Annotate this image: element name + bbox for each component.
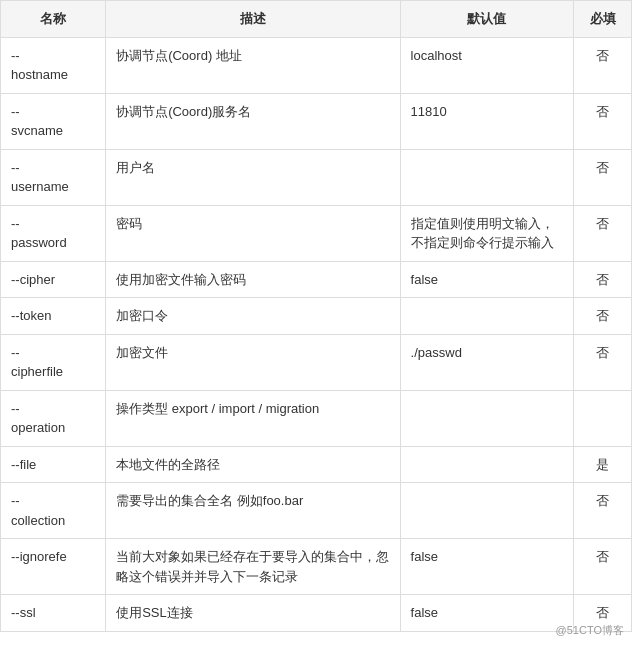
table-row: -- operation操作类型 export / import / migra…	[1, 390, 632, 446]
table-row: --cipher使用加密文件输入密码false否	[1, 261, 632, 298]
cell-name: -- username	[1, 149, 106, 205]
cell-required: 否	[574, 261, 632, 298]
table-header-row: 名称 描述 默认值 必填	[1, 1, 632, 38]
cell-name: -- password	[1, 205, 106, 261]
table-row: --ignorefe当前大对象如果已经存在于要导入的集合中，忽略这个错误并并导入…	[1, 539, 632, 595]
cell-required: 是	[574, 446, 632, 483]
cell-description: 协调节点(Coord)服务名	[106, 93, 400, 149]
table-row: -- collection需要导出的集合全名 例如foo.bar否	[1, 483, 632, 539]
cell-required: 否	[574, 205, 632, 261]
cell-name: --cipher	[1, 261, 106, 298]
cell-description: 用户名	[106, 149, 400, 205]
cell-default: false	[400, 539, 574, 595]
table-row: --file本地文件的全路径是	[1, 446, 632, 483]
cell-description: 加密口令	[106, 298, 400, 335]
cell-name: -- svcname	[1, 93, 106, 149]
cell-name: --file	[1, 446, 106, 483]
cell-required	[574, 390, 632, 446]
cell-description: 协调节点(Coord) 地址	[106, 37, 400, 93]
cell-description: 需要导出的集合全名 例如foo.bar	[106, 483, 400, 539]
cell-description: 加密文件	[106, 334, 400, 390]
cell-required: 否	[574, 149, 632, 205]
cell-name: --ignorefe	[1, 539, 106, 595]
cell-default: ./passwd	[400, 334, 574, 390]
cell-name: -- hostname	[1, 37, 106, 93]
header-required: 必填	[574, 1, 632, 38]
cell-description: 操作类型 export / import / migration	[106, 390, 400, 446]
table-row: --token加密口令否	[1, 298, 632, 335]
cell-default: 指定值则使用明文输入，不指定则命令行提示输入	[400, 205, 574, 261]
cell-name: --token	[1, 298, 106, 335]
header-description: 描述	[106, 1, 400, 38]
watermark: @51CTO博客	[556, 623, 624, 632]
header-name: 名称	[1, 1, 106, 38]
cell-required: 否	[574, 334, 632, 390]
cell-description: 使用加密文件输入密码	[106, 261, 400, 298]
cell-default	[400, 483, 574, 539]
cell-required: 否	[574, 539, 632, 595]
table-row: -- svcname协调节点(Coord)服务名11810否	[1, 93, 632, 149]
header-default: 默认值	[400, 1, 574, 38]
table-row: -- hostname协调节点(Coord) 地址localhost否	[1, 37, 632, 93]
cell-required: 否	[574, 483, 632, 539]
table-row: -- password密码指定值则使用明文输入，不指定则命令行提示输入否	[1, 205, 632, 261]
cell-required: 否	[574, 298, 632, 335]
cell-default	[400, 390, 574, 446]
cell-required: 否	[574, 37, 632, 93]
cell-description: 当前大对象如果已经存在于要导入的集合中，忽略这个错误并并导入下一条记录	[106, 539, 400, 595]
cell-default: false	[400, 595, 574, 632]
cell-name: -- operation	[1, 390, 106, 446]
cell-default: false	[400, 261, 574, 298]
params-table: 名称 描述 默认值 必填 -- hostname协调节点(Coord) 地址lo…	[0, 0, 632, 632]
table-row: --ssl使用SSL连接false否	[1, 595, 632, 632]
cell-name: -- cipherfile	[1, 334, 106, 390]
table-row: -- cipherfile加密文件./passwd否	[1, 334, 632, 390]
cell-description: 本地文件的全路径	[106, 446, 400, 483]
cell-default	[400, 149, 574, 205]
table-container: 名称 描述 默认值 必填 -- hostname协调节点(Coord) 地址lo…	[0, 0, 632, 632]
cell-default: 11810	[400, 93, 574, 149]
cell-default	[400, 446, 574, 483]
cell-description: 密码	[106, 205, 400, 261]
cell-name: -- collection	[1, 483, 106, 539]
cell-required: 否	[574, 93, 632, 149]
cell-default: localhost	[400, 37, 574, 93]
cell-name: --ssl	[1, 595, 106, 632]
cell-description: 使用SSL连接	[106, 595, 400, 632]
cell-default	[400, 298, 574, 335]
table-row: -- username用户名否	[1, 149, 632, 205]
